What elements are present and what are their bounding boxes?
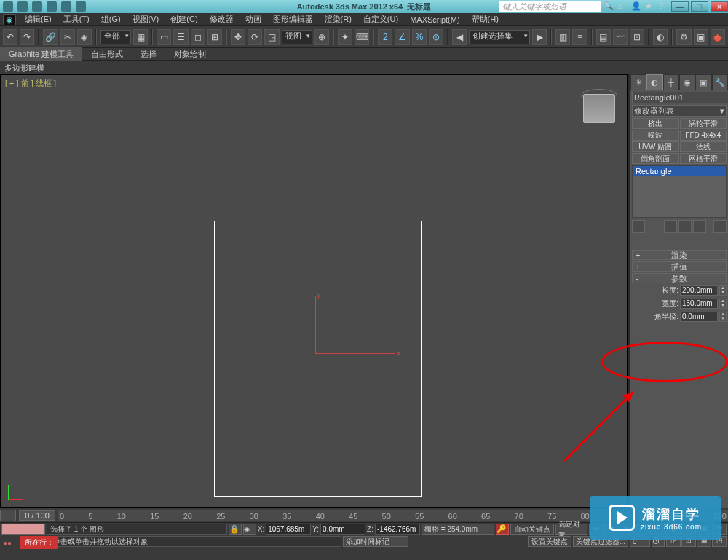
link-button[interactable]: 🔗 bbox=[43, 29, 58, 45]
keyboard-button[interactable]: ⌨ bbox=[355, 29, 369, 45]
menu-maxscript[interactable]: MAXScript(M) bbox=[404, 15, 465, 24]
menu-animation[interactable]: 动画 bbox=[240, 14, 267, 25]
minimize-button[interactable]: — bbox=[671, 1, 689, 12]
close-button[interactable]: × bbox=[711, 1, 728, 12]
signin-icon[interactable]: 👤 bbox=[631, 1, 641, 12]
radius-spinner[interactable]: ▲▼ bbox=[719, 312, 727, 322]
star-icon[interactable]: ★ bbox=[645, 1, 655, 12]
ribbon-tab-paint[interactable]: 对象绘制 bbox=[165, 47, 215, 61]
time-config-icon[interactable] bbox=[0, 510, 16, 521]
viewcube[interactable] bbox=[583, 94, 615, 123]
redo-button[interactable]: ↷ bbox=[20, 29, 34, 45]
menu-help[interactable]: 帮助(H) bbox=[466, 14, 505, 25]
named-sel-next-button[interactable]: ▶ bbox=[532, 29, 547, 45]
pivot-button[interactable]: ⊕ bbox=[314, 29, 329, 45]
help-icon[interactable]: ? bbox=[659, 1, 669, 12]
pin-stack-icon[interactable] bbox=[632, 220, 645, 233]
manip-button[interactable]: ✦ bbox=[338, 29, 352, 45]
hierarchy-tab-icon[interactable]: ┼ bbox=[663, 74, 679, 90]
render-setup-button[interactable]: ⚙ bbox=[676, 29, 691, 45]
mod-bevel-button[interactable]: 倒角剖面 bbox=[632, 153, 679, 164]
select-name-button[interactable]: ☰ bbox=[173, 29, 188, 45]
add-time-tag-button[interactable]: 添加时间标记 bbox=[343, 536, 408, 547]
radius-input[interactable] bbox=[680, 312, 718, 322]
layer-manager-button[interactable]: ▤ bbox=[596, 29, 611, 45]
scale-button[interactable]: ◲ bbox=[264, 29, 279, 45]
modifier-stack[interactable]: Rectangle bbox=[632, 165, 727, 218]
mod-normal-button[interactable]: 法线 bbox=[680, 141, 727, 152]
menu-create[interactable]: 创建(C) bbox=[165, 14, 203, 25]
ref-coord-dropdown[interactable]: 视图 bbox=[282, 30, 312, 44]
script-listener-icon[interactable] bbox=[1, 524, 45, 535]
set-key-mode-button[interactable]: 设置关键点 bbox=[528, 536, 571, 547]
rollup-params[interactable]: -参数 bbox=[632, 273, 727, 283]
auto-key-button[interactable]: 自动关键点 bbox=[510, 524, 554, 535]
rotate-button[interactable]: ⟳ bbox=[248, 29, 262, 45]
schematic-button[interactable]: ⊡ bbox=[630, 29, 644, 45]
rollup-render[interactable]: +渲染 bbox=[632, 250, 727, 260]
snap-angle-button[interactable]: ∠ bbox=[395, 29, 409, 45]
home-icon[interactable]: ⌂ bbox=[617, 1, 628, 12]
rollup-interp[interactable]: +插值 bbox=[632, 261, 727, 272]
magnifier-icon[interactable]: 🔍 bbox=[604, 1, 614, 12]
named-sel-dropdown[interactable]: 创建选择集 bbox=[469, 30, 530, 44]
length-input[interactable] bbox=[680, 285, 718, 296]
length-spinner[interactable]: ▲▼ bbox=[719, 285, 727, 296]
coord-display-icon[interactable]: ◈ bbox=[243, 524, 256, 535]
set-key-button[interactable]: 🔑 bbox=[496, 524, 509, 535]
snap-spinner-button[interactable]: ⊙ bbox=[429, 29, 443, 45]
modifier-list-dropdown[interactable]: 修改器列表 bbox=[632, 105, 727, 117]
maximize-button[interactable]: □ bbox=[691, 1, 708, 12]
display-tab-icon[interactable]: ▣ bbox=[695, 74, 711, 90]
ribbon-tab-select[interactable]: 选择 bbox=[132, 47, 165, 61]
snap-pct-button[interactable]: % bbox=[412, 29, 427, 45]
mod-extrude-button[interactable]: 挤出 bbox=[632, 118, 679, 129]
menu-render[interactable]: 渲染(R) bbox=[319, 14, 357, 25]
y-input[interactable] bbox=[320, 524, 365, 535]
help-search-input[interactable]: 键入关键字或短语 bbox=[499, 1, 601, 12]
menu-view[interactable]: 视图(V) bbox=[127, 14, 165, 25]
unlink-button[interactable]: ✂ bbox=[60, 29, 75, 45]
named-sel-prev-button[interactable]: ◀ bbox=[452, 29, 467, 45]
qa-icon[interactable] bbox=[76, 1, 86, 12]
material-editor-button[interactable]: ◐ bbox=[653, 29, 668, 45]
ribbon-tab-freeform[interactable]: 自由形式 bbox=[82, 47, 132, 61]
mod-turbosmooth-button[interactable]: 涡轮平滑 bbox=[680, 118, 727, 129]
gizmo-y-axis[interactable] bbox=[315, 296, 316, 353]
qa-icon[interactable] bbox=[47, 1, 57, 12]
show-end-result-icon[interactable] bbox=[664, 220, 677, 233]
ribbon-tab-graphite[interactable]: Graphite 建模工具 bbox=[0, 47, 82, 61]
curve-editor-button[interactable]: 〰 bbox=[613, 29, 628, 45]
selection-scope-dropdown[interactable]: 全部 bbox=[100, 30, 131, 44]
make-unique-icon[interactable] bbox=[678, 220, 692, 233]
window-crossing-button[interactable]: ⊞ bbox=[207, 29, 222, 45]
qa-icon[interactable] bbox=[61, 1, 71, 12]
mod-uvw-button[interactable]: UVW 贴图 bbox=[632, 141, 679, 152]
rendered-frame-button[interactable]: ▣ bbox=[694, 29, 708, 45]
menu-group[interactable]: 组(G) bbox=[95, 14, 127, 25]
modify-tab-icon[interactable]: ◐ bbox=[646, 74, 662, 90]
render-button[interactable]: 🫖 bbox=[711, 29, 725, 45]
mirror-button[interactable]: ▥ bbox=[555, 29, 570, 45]
viewport-front[interactable]: [ + ] 前 ] 线框 ] y x bbox=[0, 74, 628, 508]
mod-noise-button[interactable]: 噪波 bbox=[632, 130, 679, 141]
key-target-dropdown[interactable]: 选定对象 bbox=[555, 524, 587, 535]
create-tab-icon[interactable]: ✳ bbox=[630, 74, 646, 90]
rectangle-object[interactable] bbox=[214, 221, 422, 497]
select-button[interactable]: ▭ bbox=[157, 29, 171, 45]
lock-selection-icon[interactable]: 🔒 bbox=[229, 524, 242, 535]
align-button[interactable]: ≡ bbox=[572, 29, 587, 45]
gizmo-x-axis[interactable] bbox=[315, 353, 395, 354]
motion-tab-icon[interactable]: ◉ bbox=[679, 74, 695, 90]
qa-icon[interactable] bbox=[17, 1, 28, 12]
filter-button[interactable]: ▦ bbox=[133, 29, 148, 45]
move-button[interactable]: ✥ bbox=[231, 29, 245, 45]
bind-button[interactable]: ◈ bbox=[77, 29, 92, 45]
width-spinner[interactable]: ▲▼ bbox=[719, 299, 727, 309]
menu-graph-editor[interactable]: 图形编辑器 bbox=[267, 14, 319, 25]
menu-modifiers[interactable]: 修改器 bbox=[204, 14, 240, 25]
object-name-input[interactable] bbox=[632, 92, 728, 103]
undo-button[interactable]: ↶ bbox=[3, 29, 17, 45]
app-menu-icon[interactable]: ◉ bbox=[3, 14, 16, 25]
viewport-label[interactable]: [ + ] 前 ] 线框 ] bbox=[5, 78, 56, 89]
